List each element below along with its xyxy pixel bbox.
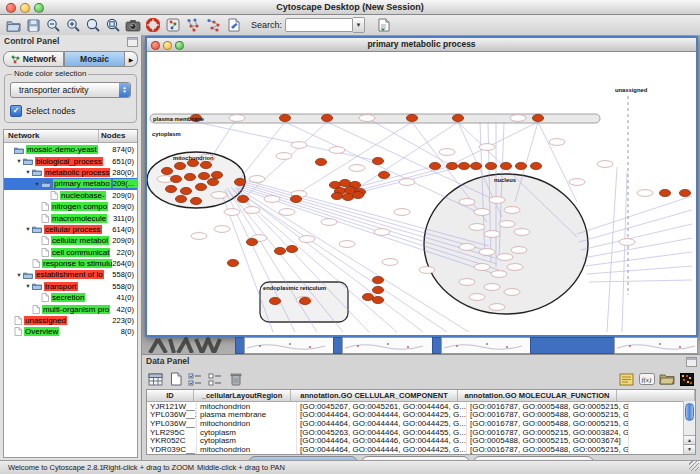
new-attribute-icon[interactable]: [167, 371, 184, 387]
network-node[interactable]: [274, 247, 285, 254]
network-node[interactable]: [237, 195, 248, 202]
network-node-empty[interactable]: [191, 233, 207, 240]
search-dropdown-icon[interactable]: ▼: [353, 17, 365, 33]
network-view-window[interactable]: primary metabolic process plasma membran…: [145, 36, 698, 337]
tab-overflow-arrow-icon[interactable]: ▶: [125, 51, 138, 67]
network-node[interactable]: [227, 259, 238, 266]
network-node-empty[interactable]: [511, 247, 527, 254]
network-node[interactable]: [200, 161, 211, 168]
layout-blue-icon[interactable]: [184, 17, 202, 34]
background-window-sliver[interactable]: [614, 337, 698, 354]
network-node-empty[interactable]: [382, 259, 398, 266]
network-node-empty[interactable]: [619, 239, 635, 246]
network-node[interactable]: [165, 185, 176, 192]
network-node-empty[interactable]: [211, 192, 227, 199]
network-node[interactable]: [246, 238, 257, 245]
network-node-empty[interactable]: [474, 264, 490, 271]
column-header[interactable]: ID: [147, 390, 194, 401]
view-close-icon[interactable]: [151, 41, 160, 50]
network-node-empty[interactable]: [491, 271, 507, 278]
expand-triangle-icon[interactable]: ▼: [33, 181, 41, 187]
network-node[interactable]: [470, 162, 481, 169]
network-node[interactable]: [331, 192, 342, 199]
table-row[interactable]: YKR052Ccytoplasm[GO:0044464, GO:0044446,…: [147, 436, 695, 445]
network-edge[interactable]: [585, 252, 692, 266]
network-node-empty[interactable]: [459, 279, 475, 286]
scrollbar-thumb[interactable]: [685, 403, 694, 421]
function-builder-icon[interactable]: f(x): [638, 371, 655, 387]
tree-row-unassigned[interactable]: unassigned223(0): [4, 315, 137, 326]
network-node-empty[interactable]: [569, 179, 585, 186]
node-color-dropdown[interactable]: transporter activity ▲▼: [10, 82, 131, 98]
annotation-doc-icon[interactable]: [224, 17, 242, 34]
column-header[interactable]: annotation.GO CELLULAR_COMPONENT: [291, 390, 458, 401]
help-ring-icon[interactable]: [144, 17, 162, 34]
tree-row-nitrogen-compo[interactable]: nitrogen compo209(0): [4, 201, 137, 212]
expand-triangle-icon[interactable]: ▼: [15, 272, 23, 278]
network-edge[interactable]: [589, 280, 692, 282]
network-node[interactable]: [352, 191, 363, 198]
table-row[interactable]: YDR039C__1mitochondrion[GO:0044464, GO:0…: [147, 445, 695, 454]
network-node-empty[interactable]: [549, 139, 565, 146]
network-node-empty[interactable]: [214, 226, 230, 233]
select-nodes-checkbox[interactable]: ✓: [10, 105, 22, 117]
network-node[interactable]: [515, 162, 526, 169]
expand-triangle-icon[interactable]: ▼: [24, 169, 32, 175]
network-node[interactable]: [372, 296, 383, 303]
network-node[interactable]: [378, 171, 389, 178]
network-node[interactable]: [170, 175, 181, 182]
network-node[interactable]: [372, 157, 383, 164]
network-node[interactable]: [500, 162, 511, 169]
network-node-empty[interactable]: [459, 244, 475, 251]
tree-row-metabolic-process[interactable]: ▼metabolic process280(0): [4, 167, 137, 178]
background-window-sliver[interactable]: [441, 337, 532, 354]
zoom-icon[interactable]: [34, 3, 44, 13]
network-node-empty[interactable]: [329, 147, 345, 154]
open-session-icon[interactable]: [4, 17, 22, 34]
view-minimize-icon[interactable]: [163, 41, 172, 50]
network-node[interactable]: [339, 179, 350, 186]
network-node-empty[interactable]: [249, 176, 265, 183]
network-node[interactable]: [452, 114, 463, 121]
select-attributes-icon[interactable]: [187, 371, 204, 387]
network-node[interactable]: [195, 183, 206, 190]
import-attributes-folder-icon[interactable]: [658, 371, 675, 387]
tree-row-biological-process[interactable]: ▼biological_process651(0): [4, 155, 137, 166]
network-node-empty[interactable]: [419, 267, 435, 274]
network-node[interactable]: [362, 293, 373, 300]
network-node-empty[interactable]: [514, 229, 530, 236]
attribute-panel-icon[interactable]: [618, 371, 635, 387]
network-node[interactable]: [207, 178, 218, 185]
network-node-empty[interactable]: [479, 144, 495, 151]
network-node[interactable]: [532, 114, 543, 121]
tree-row-nucleobase-[interactable]: nucleobase-209(0): [4, 190, 137, 201]
network-node-empty[interactable]: [499, 221, 515, 228]
network-node-empty[interactable]: [474, 209, 490, 216]
network-node[interactable]: [161, 167, 172, 174]
network-node[interactable]: [211, 171, 222, 178]
network-node[interactable]: [269, 297, 280, 304]
network-node-empty[interactable]: [507, 264, 523, 271]
network-node-empty[interactable]: [504, 207, 520, 214]
data-panel-float-icon[interactable]: [686, 357, 697, 367]
layout-red-icon[interactable]: [204, 17, 222, 34]
column-header[interactable]: _cellularLayoutRegion: [194, 390, 291, 401]
tree-col-network[interactable]: Network: [4, 130, 99, 142]
search-input[interactable]: [285, 18, 353, 32]
column-header[interactable]: annotation.GO MOLECULAR_FUNCTION: [458, 390, 617, 401]
expand-triangle-icon[interactable]: ▼: [24, 283, 32, 289]
network-node-empty[interactable]: [394, 209, 410, 216]
tree-row-cellular-process[interactable]: ▼cellular process614(0): [4, 224, 137, 235]
network-node[interactable]: [446, 162, 457, 169]
network-node[interactable]: [279, 114, 290, 121]
network-node-empty[interactable]: [374, 229, 390, 236]
tree-col-nodes[interactable]: Nodes: [99, 130, 137, 142]
network-node[interactable]: [406, 114, 417, 121]
network-node-empty[interactable]: [489, 197, 505, 204]
network-node-empty[interactable]: [479, 249, 495, 256]
tree-row-secretion[interactable]: secretion41(0): [4, 292, 137, 303]
tree-row-primary-metabo[interactable]: ▼primary metabo209(...: [4, 178, 137, 189]
network-node-empty[interactable]: [224, 209, 240, 216]
network-node[interactable]: [290, 195, 301, 202]
network-node-empty[interactable]: [510, 115, 526, 122]
